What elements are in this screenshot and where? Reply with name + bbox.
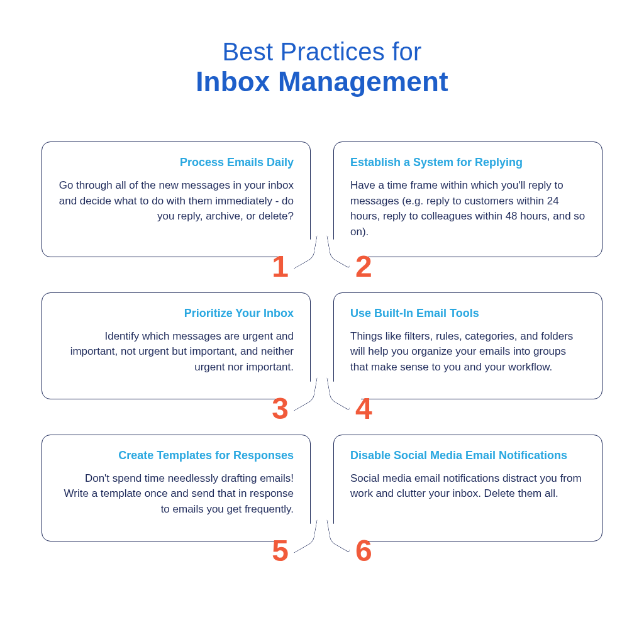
bubble-tail-icon — [294, 235, 318, 269]
card-number: 6 — [355, 536, 372, 566]
card-5: Create Templates for Responses Don't spe… — [42, 435, 311, 541]
infographic-page: Best Practices for Inbox Management Proc… — [0, 0, 644, 644]
title-line-1: Best Practices for — [38, 38, 606, 66]
card-body: Identify which messages are urgent and i… — [58, 329, 294, 375]
card-6: Disable Social Media Email Notifications… — [333, 435, 602, 541]
title-line-2: Inbox Management — [38, 66, 606, 97]
card-body: Don't spend time needlessly drafting ema… — [58, 471, 294, 518]
bubble-tail-icon — [326, 519, 350, 553]
card-number: 3 — [272, 394, 289, 424]
card-3: Prioritize Your Inbox Identify which mes… — [42, 292, 311, 399]
card-2: Establish a System for Replying Have a t… — [333, 142, 602, 257]
card-number: 1 — [272, 252, 289, 282]
bubble-tail-icon — [294, 377, 318, 411]
card-number: 5 — [272, 536, 289, 566]
bubble-tail-icon — [326, 377, 350, 411]
card-4: Use Built-In Email Tools Things like fil… — [333, 292, 602, 399]
card-title: Process Emails Daily — [58, 156, 294, 169]
bubble-tail-icon — [294, 519, 318, 553]
cards-grid: Process Emails Daily Go through all of t… — [38, 142, 606, 541]
card-title: Create Templates for Responses — [58, 449, 294, 462]
card-body: Things like filters, rules, categories, … — [350, 329, 586, 375]
card-title: Use Built-In Email Tools — [350, 307, 586, 320]
card-1: Process Emails Daily Go through all of t… — [42, 142, 311, 257]
card-body: Go through all of the new messages in yo… — [58, 178, 294, 225]
page-title: Best Practices for Inbox Management — [38, 38, 606, 97]
card-body: Have a time frame within which you'll re… — [350, 178, 586, 240]
card-number: 4 — [355, 394, 372, 424]
card-title: Prioritize Your Inbox — [58, 307, 294, 320]
card-title: Disable Social Media Email Notifications — [350, 449, 586, 462]
card-body: Social media email notifications distrac… — [350, 471, 586, 502]
card-number: 2 — [355, 252, 372, 282]
card-title: Establish a System for Replying — [350, 156, 586, 169]
bubble-tail-icon — [326, 235, 350, 269]
